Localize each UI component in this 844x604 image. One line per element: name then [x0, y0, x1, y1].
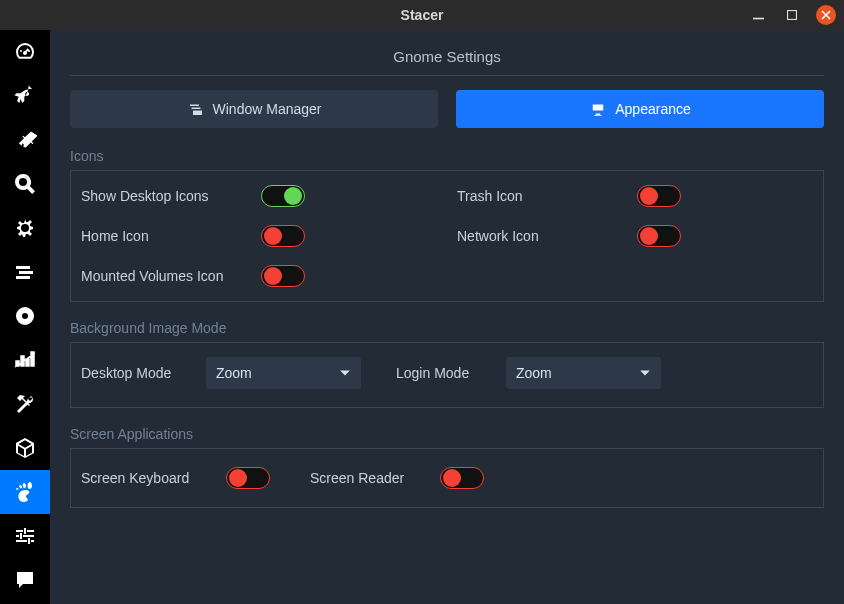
package-icon	[13, 436, 37, 460]
label-trash-icon: Trash Icon	[457, 188, 637, 204]
toggle-show-desktop-icons[interactable]	[261, 185, 305, 207]
sidebar-item-startup-apps[interactable]	[0, 74, 50, 118]
section-screen-title: Screen Applications	[70, 426, 824, 449]
tabs-row: Window Manager Appearance	[70, 90, 824, 128]
sidebar-item-resources[interactable]	[0, 338, 50, 382]
minimize-button[interactable]	[748, 5, 768, 25]
toggle-knob	[443, 469, 461, 487]
section-screen: Screen Keyboard Screen Reader	[70, 449, 824, 508]
label-login-mode: Login Mode	[396, 365, 506, 381]
svg-rect-0	[753, 17, 764, 19]
gauge-icon	[13, 40, 37, 64]
label-screen-reader: Screen Reader	[310, 470, 440, 486]
label-show-desktop-icons: Show Desktop Icons	[81, 188, 261, 204]
toggle-home-icon[interactable]	[261, 225, 305, 247]
label-home-icon: Home Icon	[81, 228, 261, 244]
toggle-mounted-volumes-icon[interactable]	[261, 265, 305, 287]
toggle-knob	[264, 227, 282, 245]
monitor-icon	[589, 100, 607, 118]
sidebar-item-feedback[interactable]	[0, 558, 50, 602]
toggle-knob	[264, 267, 282, 285]
sidebar-item-system-cleaner[interactable]	[0, 118, 50, 162]
label-desktop-mode: Desktop Mode	[81, 365, 206, 381]
gears-icon	[13, 216, 37, 240]
chevron-down-icon	[639, 367, 651, 379]
label-mounted-volumes-icon: Mounted Volumes Icon	[81, 268, 261, 284]
maximize-button[interactable]	[782, 5, 802, 25]
search-icon	[13, 172, 37, 196]
sidebar-item-processes[interactable]	[0, 250, 50, 294]
sidebar-item-services[interactable]	[0, 206, 50, 250]
label-screen-keyboard: Screen Keyboard	[81, 470, 226, 486]
sidebar-item-preferences[interactable]	[0, 514, 50, 558]
window-controls	[748, 5, 836, 25]
toggle-knob	[640, 187, 658, 205]
svg-rect-1	[788, 11, 797, 20]
window-stack-icon	[187, 100, 205, 118]
close-button[interactable]	[816, 5, 836, 25]
tab-appearance[interactable]: Appearance	[456, 90, 824, 128]
select-login-mode[interactable]: Zoom	[506, 357, 661, 389]
toggle-network-icon[interactable]	[637, 225, 681, 247]
toggle-screen-reader[interactable]	[440, 467, 484, 489]
tab-window-manager-label: Window Manager	[213, 101, 322, 117]
toggle-trash-icon[interactable]	[637, 185, 681, 207]
select-login-mode-value: Zoom	[516, 365, 552, 381]
section-icons: Show Desktop Icons Trash Icon Home Icon …	[70, 171, 824, 302]
main-content: Gnome Settings Window Manager Appearance…	[50, 30, 844, 604]
tab-window-manager[interactable]: Window Manager	[70, 90, 438, 128]
select-desktop-mode-value: Zoom	[216, 365, 252, 381]
window-title: Stacer	[401, 7, 444, 23]
sliders-icon	[13, 524, 37, 548]
section-background: Desktop Mode Zoom Login Mode Zoom	[70, 343, 824, 408]
windows-icon	[13, 260, 37, 284]
tools-icon	[13, 392, 37, 416]
page-title: Gnome Settings	[70, 42, 824, 76]
broom-icon	[13, 128, 37, 152]
sidebar-item-settings-tools[interactable]	[0, 382, 50, 426]
label-network-icon: Network Icon	[457, 228, 637, 244]
sidebar-item-uninstaller[interactable]	[0, 294, 50, 338]
section-background-title: Background Image Mode	[70, 320, 824, 343]
select-desktop-mode[interactable]: Zoom	[206, 357, 361, 389]
toggle-knob	[640, 227, 658, 245]
bars-icon	[13, 348, 37, 372]
sidebar	[0, 30, 50, 604]
message-icon	[13, 568, 37, 592]
tab-appearance-label: Appearance	[615, 101, 691, 117]
sidebar-item-search[interactable]	[0, 162, 50, 206]
sidebar-item-apt-repos[interactable]	[0, 426, 50, 470]
gnome-foot-icon	[13, 480, 37, 504]
sidebar-item-dashboard[interactable]	[0, 30, 50, 74]
toggle-knob	[284, 187, 302, 205]
chevron-down-icon	[339, 367, 351, 379]
titlebar: Stacer	[0, 0, 844, 30]
section-icons-title: Icons	[70, 148, 824, 171]
toggle-knob	[229, 469, 247, 487]
sidebar-item-gnome-settings[interactable]	[0, 470, 50, 514]
disc-icon	[13, 304, 37, 328]
rocket-icon	[13, 84, 37, 108]
toggle-screen-keyboard[interactable]	[226, 467, 270, 489]
